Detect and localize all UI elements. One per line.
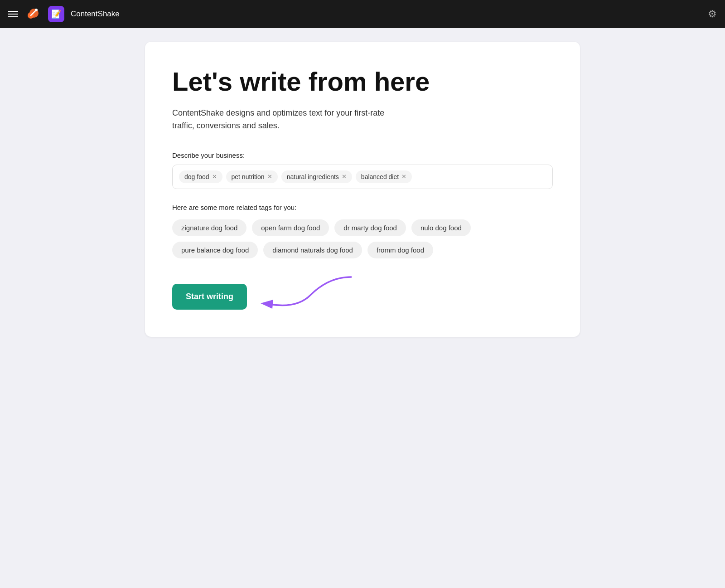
contentshake-app-icon: 📝 [48, 6, 64, 22]
navbar: 📝 ContentShake ⚙ [0, 0, 725, 28]
active-tag-dog-food: dog food ✕ [179, 170, 222, 183]
related-tags-label: Here are some more related tags for you: [172, 204, 553, 211]
active-tag-pet-nutrition-label: pet nutrition [232, 173, 265, 180]
remove-tag-natural-ingredients-icon[interactable]: ✕ [342, 174, 347, 180]
arrow-pointer-icon [256, 272, 356, 313]
page-subtitle: ContentShake designs and optimizes text … [172, 107, 408, 132]
remove-tag-pet-nutrition-icon[interactable]: ✕ [267, 174, 272, 180]
tag-suggestions-container: zignature dog food open farm dog food dr… [172, 219, 553, 258]
suggestion-fromm-dog-food[interactable]: fromm dog food [367, 242, 433, 258]
settings-gear-icon[interactable]: ⚙ [708, 8, 717, 20]
active-tag-balanced-diet-label: balanced diet [361, 173, 399, 180]
suggestion-pure-balance-dog-food[interactable]: pure balance dog food [172, 242, 258, 258]
start-writing-button[interactable]: Start writing [172, 284, 247, 310]
suggestion-nulo-dog-food[interactable]: nulo dog food [411, 219, 471, 236]
hamburger-menu-icon[interactable] [8, 11, 18, 17]
remove-tag-dog-food-icon[interactable]: ✕ [212, 174, 217, 180]
button-area: Start writing [172, 284, 553, 310]
svg-marker-5 [261, 300, 273, 309]
navbar-left: 📝 ContentShake [8, 5, 120, 23]
page-title: Let's write from here [172, 67, 553, 96]
active-tag-pet-nutrition: pet nutrition ✕ [226, 170, 278, 183]
app-name-label: ContentShake [71, 10, 120, 19]
suggestion-zignature-dog-food[interactable]: zignature dog food [172, 219, 246, 236]
active-tag-dog-food-label: dog food [184, 173, 209, 180]
remove-tag-balanced-diet-icon[interactable]: ✕ [401, 174, 406, 180]
suggestion-dr-marty-dog-food[interactable]: dr marty dog food [334, 219, 406, 236]
main-wrapper: Let's write from here ContentShake desig… [0, 28, 725, 350]
active-tag-natural-ingredients-label: natural ingredients [287, 173, 339, 180]
suggestion-diamond-naturals-dog-food[interactable]: diamond naturals dog food [263, 242, 362, 258]
content-card: Let's write from here ContentShake desig… [145, 42, 580, 337]
business-label: Describe your business: [172, 151, 553, 159]
suggestion-open-farm-dog-food[interactable]: open farm dog food [252, 219, 329, 236]
svg-point-4 [35, 9, 38, 11]
tags-input-box[interactable]: dog food ✕ pet nutrition ✕ natural ingre… [172, 165, 553, 189]
active-tag-balanced-diet: balanced diet ✕ [356, 170, 412, 183]
semrush-logo-icon [24, 5, 42, 23]
active-tag-natural-ingredients: natural ingredients ✕ [281, 170, 352, 183]
